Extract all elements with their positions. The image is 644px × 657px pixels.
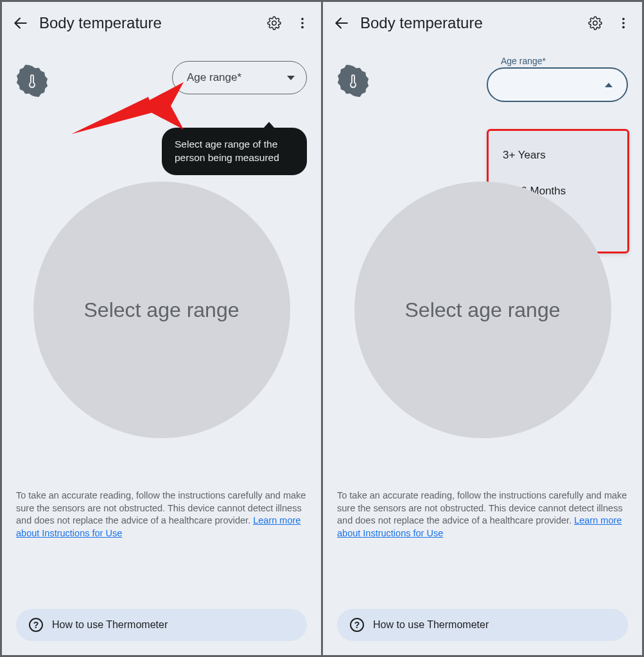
back-button[interactable] xyxy=(11,13,30,33)
placeholder-text: Select age range xyxy=(84,298,239,322)
chip-label: How to use Thermometer xyxy=(52,619,168,631)
app-header: Body temperature xyxy=(2,2,321,39)
more-button[interactable] xyxy=(614,13,633,33)
how-to-chip[interactable]: ? How to use Thermometer xyxy=(337,609,628,641)
control-row: Age range* xyxy=(323,39,642,102)
reading-placeholder: Select age range xyxy=(33,182,290,438)
gear-icon xyxy=(267,16,281,30)
page-title: Body temperature xyxy=(360,14,577,32)
svg-point-0 xyxy=(301,18,304,21)
settings-button[interactable] xyxy=(265,13,284,33)
gear-icon xyxy=(588,16,602,30)
arrow-left-icon xyxy=(12,15,29,31)
arrow-left-icon xyxy=(333,15,350,31)
help-icon: ? xyxy=(350,618,364,632)
how-to-chip[interactable]: ? How to use Thermometer xyxy=(16,609,307,641)
dropdown-float-label: Age range* xyxy=(501,56,628,66)
age-option-3plus[interactable]: 3+ Years xyxy=(489,137,627,173)
screenshot-left: Body temperature Age range* Select age r… xyxy=(2,2,321,655)
thermometer-icon xyxy=(348,73,358,89)
settings-button[interactable] xyxy=(586,13,605,33)
svg-point-7 xyxy=(622,26,625,29)
screenshot-right: Body temperature Age range* 3+ Years 3–3… xyxy=(323,2,642,655)
svg-marker-4 xyxy=(71,97,153,134)
svg-point-2 xyxy=(301,26,304,29)
disclaimer-text: To take an accurate reading, follow the … xyxy=(16,490,307,540)
placeholder-text: Select age range xyxy=(405,298,561,322)
disclaimer-text: To take an accurate reading, follow the … xyxy=(337,490,628,540)
age-range-dropdown-open-wrap: Age range* xyxy=(487,56,628,102)
thermometer-icon xyxy=(27,73,37,89)
tooltip-text: Select age range of the person being mea… xyxy=(175,139,279,163)
chevron-down-icon xyxy=(287,76,295,80)
age-range-dropdown[interactable] xyxy=(487,67,628,102)
svg-point-5 xyxy=(622,18,625,21)
svg-point-6 xyxy=(622,22,625,24)
thermometer-badge xyxy=(337,65,369,97)
svg-point-1 xyxy=(301,22,304,24)
age-range-dropdown[interactable]: Age range* xyxy=(172,61,307,94)
more-vertical-icon xyxy=(295,16,309,30)
dropdown-tooltip: Select age range of the person being mea… xyxy=(162,128,307,175)
app-header: Body temperature xyxy=(323,2,642,39)
chevron-up-icon xyxy=(605,83,613,87)
chip-label: How to use Thermometer xyxy=(373,619,489,631)
control-row: Age range* xyxy=(2,39,321,97)
back-button[interactable] xyxy=(332,13,351,33)
reading-placeholder: Select age range xyxy=(354,182,611,438)
thermometer-badge xyxy=(16,65,48,97)
more-vertical-icon xyxy=(616,16,631,30)
page-title: Body temperature xyxy=(39,14,256,32)
more-button[interactable] xyxy=(293,13,312,33)
help-icon: ? xyxy=(29,618,43,632)
dropdown-label: Age range* xyxy=(187,71,287,84)
